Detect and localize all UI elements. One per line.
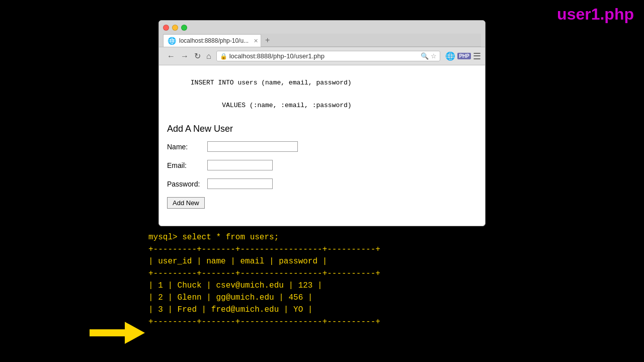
menu-icon[interactable]: ☰ (473, 51, 481, 62)
password-input[interactable] (207, 178, 273, 189)
terminal-header: | user_id | name | email | password | (148, 255, 380, 267)
bookmark-icon[interactable]: ☆ (431, 52, 437, 60)
terminal-divider1: +---------+-------+-----------------+---… (148, 243, 380, 255)
form-title: Add A New User (167, 124, 477, 134)
terminal-divider3: +---------+-------+-----------------+---… (148, 316, 380, 328)
arrow-indicator (90, 322, 145, 344)
globe-icon: 🌐 (445, 51, 455, 61)
home-button[interactable]: ⌂ (204, 50, 213, 62)
sql-display: INSERT INTO users (name, email, password… (167, 71, 477, 117)
active-tab[interactable]: 🌐 localhost:8888/php-10/u... ✕ (163, 34, 261, 47)
email-input[interactable] (207, 160, 273, 170)
terminal-divider2: +---------+-------+-----------------+---… (148, 267, 380, 280)
terminal-section: mysql> select * from users; +---------+-… (148, 231, 380, 328)
page-filename-label: user1.php (557, 5, 634, 24)
tab-title: localhost:8888/php-10/u... (179, 37, 249, 44)
new-tab-button[interactable]: + (261, 34, 274, 46)
address-bar-container: 🔒 🔍 ☆ (216, 51, 441, 61)
email-label: Email: (167, 161, 207, 169)
forward-button[interactable]: → (179, 50, 191, 62)
terminal-query: mysql> select * from users; (148, 231, 380, 243)
add-new-button[interactable]: Add New (167, 197, 205, 209)
browser-window: 🌐 localhost:8888/php-10/u... ✕ + ← → ↻ ⌂… (158, 20, 486, 226)
terminal-row2: | 2 | Glenn | gg@umich.edu | 456 | (148, 292, 380, 304)
php-badge: PHP (457, 53, 471, 59)
maximize-button[interactable] (181, 25, 187, 31)
terminal-row3: | 3 | Fred | fred@umich.edu | YO | (148, 304, 380, 316)
terminal-row1: | 1 | Chuck | csev@umich.edu | 123 | (148, 280, 380, 292)
search-icon: 🔍 (421, 52, 429, 60)
page-content: INSERT INTO users (name, email, password… (159, 65, 485, 215)
tab-bar: 🌐 localhost:8888/php-10/u... ✕ + (163, 34, 481, 47)
password-label: Password: (167, 180, 207, 188)
password-row: Password: (167, 178, 477, 189)
name-input[interactable] (207, 141, 298, 152)
email-row: Email: (167, 160, 477, 170)
name-label: Name: (167, 143, 207, 151)
reload-button[interactable]: ↻ (192, 50, 203, 62)
toolbar-icons: 🌐 PHP ☰ (445, 51, 481, 62)
minimize-button[interactable] (172, 25, 178, 31)
browser-chrome: ← → ↻ ⌂ 🔒 🔍 ☆ 🌐 PHP ☰ (159, 47, 485, 65)
address-bar[interactable] (229, 52, 419, 60)
back-button[interactable]: ← (165, 50, 177, 62)
address-lock-icon: 🔒 (220, 53, 227, 60)
close-button[interactable] (163, 25, 169, 31)
tab-close-button[interactable]: ✕ (254, 38, 258, 44)
name-row: Name: (167, 141, 477, 152)
nav-buttons: ← → ↻ ⌂ (165, 50, 213, 62)
